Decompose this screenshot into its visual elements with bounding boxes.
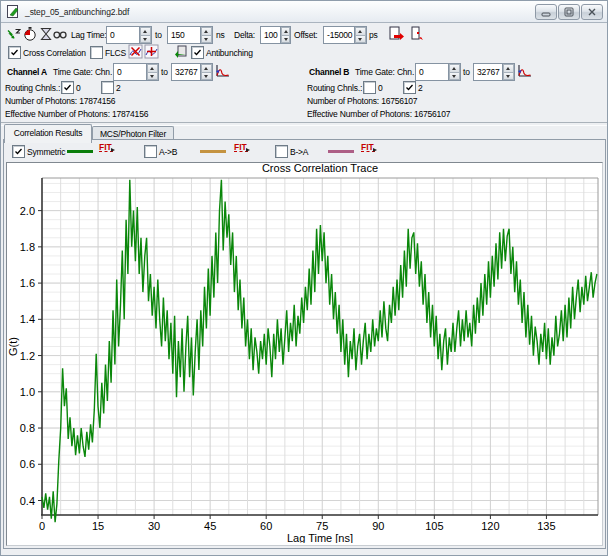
- lag-from-spinner[interactable]: [139, 27, 151, 43]
- legend-symmetric-checkbox[interactable]: [12, 145, 25, 158]
- x-tick-label: 45: [204, 520, 216, 532]
- lag-time-label: Lag Time:: [71, 30, 107, 40]
- channel-a-routing-0-checkbox[interactable]: [61, 81, 74, 94]
- channel-b-routing-2-checkbox[interactable]: [403, 81, 416, 94]
- x-tick-label: 75: [316, 520, 328, 532]
- y-tick-label: 1.8: [20, 241, 35, 253]
- x-tick-label: 0: [39, 520, 45, 532]
- offset-spinner[interactable]: [354, 27, 366, 43]
- apply-icon[interactable]: [173, 44, 188, 59]
- channel-a-routing-2-checkbox[interactable]: [101, 81, 114, 94]
- application-window: _step_05_antibunching2.bdf: [0, 0, 608, 556]
- x-tick-label: 120: [481, 520, 499, 532]
- channel-a-gate-from-input[interactable]: 0: [113, 63, 159, 81]
- cross-correlation-label: Cross Correlation: [23, 48, 86, 58]
- chart-title: Cross Correlation Trace: [262, 163, 378, 174]
- legend-symmetric-fit-button[interactable]: FIT: [99, 142, 112, 152]
- x-tick-label: 30: [148, 520, 160, 532]
- ps-label: ps: [369, 30, 378, 40]
- tab-correlation-results[interactable]: Correlation Results: [4, 124, 92, 143]
- legend-ba-fit-button[interactable]: FIT: [361, 142, 374, 152]
- channel-b-gate-from-input[interactable]: 0: [415, 63, 461, 81]
- delta-input[interactable]: 100: [260, 26, 291, 44]
- y-tick-label: 1.0: [20, 386, 35, 398]
- fit-delete-icon[interactable]: [128, 44, 143, 59]
- legend-symmetric-label: Symmetric: [27, 147, 65, 157]
- timer-icon[interactable]: [23, 27, 37, 41]
- correlate-icon[interactable]: [7, 27, 21, 41]
- legend-symmetric-swatch: [67, 150, 93, 153]
- y-tick-label: 2.0: [20, 205, 35, 217]
- channel-b-histogram-icon[interactable]: [517, 63, 532, 78]
- legend-ba-label: B->A: [290, 147, 308, 157]
- cross-correlation-checkbox[interactable]: [8, 46, 21, 59]
- channel-b-gate-from-spinner[interactable]: [448, 64, 460, 80]
- channel-a-title: Channel A: [7, 67, 47, 77]
- legend-ab-fit-button[interactable]: FIT: [234, 142, 247, 152]
- y-tick-label: 1.6: [20, 277, 35, 289]
- channel-b-routing-0-checkbox[interactable]: [363, 81, 376, 94]
- antibunching-label: Antibunching: [206, 48, 253, 58]
- channel-b-routing-2-label: 2: [418, 83, 423, 93]
- channel-b-routing-0-label: 0: [378, 83, 383, 93]
- legend-ab-checkbox[interactable]: [144, 145, 157, 158]
- close-button[interactable]: [581, 4, 603, 20]
- chart-panel: 0.40.60.81.01.21.41.61.82.00153045607590…: [6, 162, 603, 546]
- channel-a-eff-photons: Effective Number of Photons: 17874156: [5, 109, 148, 119]
- x-tick-label: 90: [372, 520, 384, 532]
- window-title: _step_05_antibunching2.bdf: [25, 7, 129, 17]
- channel-a-histogram-icon[interactable]: [215, 63, 230, 78]
- legend-ba-checkbox[interactable]: [275, 145, 288, 158]
- legend-ab-label: A->B: [159, 147, 177, 157]
- maximize-button[interactable]: [558, 4, 580, 20]
- lag-to-input[interactable]: 150: [167, 26, 213, 44]
- x-axis-label: Lag Time [ns]: [287, 532, 353, 543]
- exit-icon[interactable]: [409, 26, 425, 42]
- flcs-label: FLCS: [105, 48, 126, 58]
- channel-a-gate-to-spinner[interactable]: [200, 64, 212, 80]
- channel-b-to-label: to: [463, 67, 470, 77]
- x-tick-label: 15: [92, 520, 104, 532]
- channel-a-to-label: to: [161, 67, 168, 77]
- channel-a-gate-to-input[interactable]: 32767: [171, 63, 213, 81]
- fit-add-icon[interactable]: [144, 44, 159, 59]
- hourglass-icon[interactable]: [39, 27, 53, 41]
- channel-a-routing-label: Routing Chnls.:: [5, 83, 60, 93]
- channel-b-title: Channel B: [309, 67, 349, 77]
- correlation-results-page: Symmetric FIT A->B FIT B->A FIT 0.40.60.…: [3, 139, 606, 549]
- x-tick-label: 135: [537, 520, 555, 532]
- flcs-checkbox[interactable]: [90, 46, 103, 59]
- channel-b-photons: Number of Photons: 16756107: [307, 96, 417, 106]
- export-icon[interactable]: [389, 26, 405, 42]
- offset-input[interactable]: -15000: [323, 26, 367, 44]
- channel-a-routing-2-label: 2: [116, 83, 121, 93]
- channel-a-gate-from-spinner[interactable]: [146, 64, 158, 80]
- channel-a-photons: Number of Photons: 17874156: [5, 96, 115, 106]
- channel-a-timegate-label: Time Gate: Chn.: [53, 67, 112, 77]
- delta-spinner[interactable]: [280, 27, 290, 43]
- glasses-icon[interactable]: [53, 27, 67, 41]
- ns-label: ns: [216, 30, 225, 40]
- antibunching-checkbox[interactable]: [191, 46, 204, 59]
- title-bar: _step_05_antibunching2.bdf: [1, 1, 607, 23]
- y-tick-label: 0.4: [20, 495, 35, 507]
- document-icon: [6, 4, 21, 19]
- channel-b-routing-label: Routing Chnls.:: [307, 83, 362, 93]
- y-tick-label: 0.6: [20, 458, 35, 470]
- to-label: to: [155, 30, 162, 40]
- channel-b-gate-to-input[interactable]: 32767: [473, 63, 515, 81]
- delta-label: Delta:: [234, 30, 255, 40]
- x-tick-label: 105: [425, 520, 443, 532]
- minimize-button[interactable]: [535, 4, 557, 20]
- channel-b-gate-to-spinner[interactable]: [502, 64, 514, 80]
- toolbar: Lag Time: 0 to 150 ns Delta: 100 Offset:…: [1, 23, 607, 47]
- y-tick-label: 1.4: [20, 313, 35, 325]
- lag-to-spinner[interactable]: [200, 27, 212, 43]
- lag-from-input[interactable]: 0: [106, 26, 152, 44]
- y-tick-label: 1.2: [20, 350, 35, 362]
- channel-b-eff-photons: Effective Number of Photons: 16756107: [307, 109, 450, 119]
- channel-b-timegate-label: Time Gate: Chn.: [355, 67, 414, 77]
- offset-label: Offset:: [294, 30, 317, 40]
- series-symmetric: [42, 180, 597, 522]
- cross-correlation-chart: 0.40.60.81.01.21.41.61.82.00153045607590…: [7, 163, 600, 543]
